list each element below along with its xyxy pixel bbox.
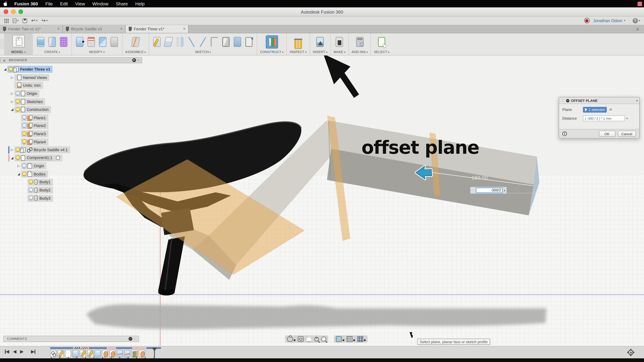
group-label-make[interactable]: MAKE▾ — [334, 50, 346, 54]
menu-window[interactable]: Window — [89, 0, 112, 8]
menu-app-name[interactable]: Fusion 360 — [11, 0, 42, 8]
browser-tree-row[interactable]: Plane1 — [0, 114, 142, 122]
browser-tree-row[interactable]: Plane2 — [0, 122, 142, 130]
dialog-collapse-icon[interactable]: » — [636, 99, 637, 103]
visibility-bulb-icon[interactable] — [16, 99, 19, 104]
document-tab[interactable]: Fender Three v1* ✕ — [126, 25, 188, 33]
sketch-dimension-button[interactable] — [198, 36, 208, 48]
group-label-assemble[interactable]: ASSEMBLE▾ — [125, 50, 146, 54]
visibility-bulb-icon[interactable] — [16, 147, 19, 152]
group-label-create[interactable]: CREATE▾ — [44, 50, 60, 54]
data-panel-button[interactable] — [4, 18, 9, 23]
timeline-feature-icon[interactable] — [50, 350, 56, 357]
tree-item-label[interactable]: Plane4 — [34, 140, 46, 144]
visibility-bulb-icon[interactable] — [22, 139, 26, 144]
tree-expander-icon[interactable]: ▷ — [10, 148, 14, 152]
timeline-go-to-start-button[interactable]: ◀ — [5, 349, 9, 354]
mirror-button[interactable] — [175, 36, 185, 48]
collapse-toolbar-chevron-icon[interactable]: ∧ — [636, 25, 639, 33]
viewports-dropdown-icon[interactable] — [364, 339, 366, 341]
insert-image-button[interactable] — [315, 36, 325, 48]
visibility-bulb-icon[interactable] — [22, 123, 26, 128]
tree-expander-icon[interactable]: ◢ — [10, 156, 14, 160]
timeline-step-back-button[interactable]: ◀ — [13, 349, 16, 354]
timeline-feature-icon[interactable] — [94, 350, 101, 357]
offset-plane-button[interactable] — [266, 35, 278, 49]
timeline-feature-icon[interactable] — [102, 350, 108, 357]
tree-item-label[interactable]: Origin — [34, 164, 44, 168]
sketch-line-button[interactable] — [186, 36, 196, 48]
browser-tree-row[interactable]: Body3 — [0, 194, 142, 202]
tree-item-label[interactable]: Named Views — [23, 75, 47, 80]
new-component-button[interactable] — [36, 36, 46, 48]
timeline-feature-icon[interactable] — [124, 350, 130, 357]
project-button[interactable] — [164, 36, 173, 48]
timeline-feature-icon[interactable] — [58, 350, 64, 357]
offset-distance-input[interactable] — [476, 187, 503, 193]
tree-item-label[interactable]: Bicycle Saddle v4:1 — [34, 148, 68, 152]
close-tab-icon[interactable]: ✕ — [183, 27, 186, 31]
close-tab-icon[interactable]: ✕ — [120, 27, 123, 31]
sketch-rectangle-button[interactable] — [244, 36, 254, 48]
user-menu[interactable]: Jonathan Odom▾ — [593, 18, 625, 23]
display-settings-icon[interactable] — [336, 336, 342, 342]
visibility-bulb-icon[interactable] — [29, 188, 32, 193]
display-dropdown-icon[interactable] — [342, 339, 344, 341]
distance-input[interactable]: ( -300 / 2 ) * 1 mm — [583, 116, 625, 121]
screen-recording-indicator-icon[interactable] — [638, 2, 642, 6]
browser-tree-row[interactable]: ▷ Bicycle Saddle v4:1 — [0, 146, 142, 154]
make-button[interactable] — [334, 36, 344, 48]
save-button[interactable] — [22, 18, 27, 23]
document-tab[interactable]: Bicycle Saddle v3 ✕ — [63, 25, 126, 33]
look-at-icon[interactable] — [298, 336, 304, 342]
grid-dropdown-icon[interactable] — [353, 339, 355, 341]
tree-item-label[interactable]: Body1 — [40, 180, 50, 185]
press-pull-button[interactable] — [75, 36, 84, 48]
browser-tree-row[interactable]: ▷ Named Views — [0, 74, 142, 82]
visibility-bulb-icon[interactable] — [29, 196, 32, 201]
group-label-insert[interactable]: INSERT▾ — [313, 50, 328, 54]
comments-options-icon[interactable] — [128, 337, 132, 341]
browser-tree-row[interactable]: ◢ Construction — [0, 106, 142, 114]
create-sketch-button[interactable] — [152, 36, 162, 48]
distance-dropdown-caret-icon[interactable]: ▾ — [626, 117, 628, 120]
visibility-bulb-icon[interactable] — [8, 67, 12, 72]
dialog-header[interactable]: ⋮ OFFSET PLANE » — [559, 97, 639, 104]
orbit-dropdown-icon[interactable] — [294, 339, 295, 341]
browser-expand-chevron-icon[interactable]: › — [138, 58, 139, 62]
fillet-button[interactable] — [86, 36, 96, 48]
activate-component-radio[interactable] — [56, 156, 60, 160]
collapse-browser-icon[interactable]: « — [3, 58, 6, 62]
visibility-bulb-icon[interactable] — [16, 107, 19, 112]
timeline-feature-icon[interactable] — [87, 350, 93, 357]
browser-tree-row[interactable]: Body1 — [0, 178, 142, 186]
fit-icon[interactable] — [321, 337, 326, 341]
group-label-select[interactable]: SELECT▾ — [374, 50, 390, 54]
tree-item-label[interactable]: Body2 — [40, 188, 50, 192]
timeline-go-to-end-button[interactable]: ▶ — [31, 349, 35, 354]
scripts-addins-button[interactable] — [355, 36, 364, 48]
browser-tree-row[interactable]: Plane3 — [0, 130, 142, 138]
ok-button[interactable]: OK — [599, 131, 615, 137]
timeline-feature-icon[interactable] — [139, 350, 145, 357]
tree-item-label[interactable]: Plane2 — [34, 124, 46, 128]
comments-bar[interactable]: COMMENTS › — [3, 336, 139, 342]
zoom-icon[interactable] — [314, 337, 319, 341]
browser-tree-row[interactable]: ◢ Component1:1 — [0, 154, 142, 162]
browser-tree-row[interactable]: ▷ Origin — [0, 162, 142, 170]
menu-file[interactable]: File — [42, 0, 56, 8]
timeline-step-forward-button[interactable]: ▶ — [20, 349, 24, 354]
menu-view[interactable]: View — [72, 0, 88, 8]
tree-item-label[interactable]: Construction — [27, 107, 48, 112]
browser-tree-row[interactable]: Units: mm — [0, 82, 142, 90]
cancel-button[interactable]: Cancel — [618, 131, 636, 137]
group-label-modify[interactable]: MODIFY▾ — [89, 50, 105, 54]
browser-tree-row[interactable]: Plane4 — [0, 138, 142, 146]
tree-item-label[interactable]: Body3 — [40, 196, 50, 200]
help-menu[interactable]: ?▾ — [632, 18, 640, 23]
shell-button[interactable] — [109, 36, 119, 48]
visibility-bulb-icon[interactable] — [29, 180, 32, 185]
visibility-bulb-icon[interactable] — [22, 131, 26, 136]
browser-tree-row[interactable]: ◢ Fender Three v1 — [0, 65, 142, 74]
apple-menu-icon[interactable] — [0, 1, 11, 7]
